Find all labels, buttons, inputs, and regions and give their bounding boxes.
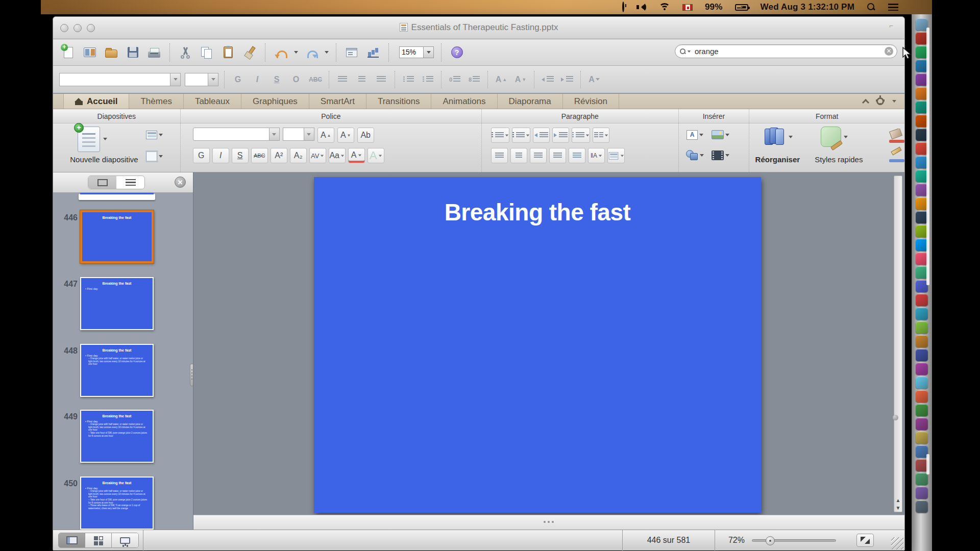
formatting-palette-button[interactable] [344, 44, 360, 61]
slide-section-button[interactable] [144, 149, 164, 163]
shadow-button[interactable]: O [288, 72, 304, 87]
fit-slide-button[interactable] [856, 534, 874, 547]
paste-button[interactable] [220, 44, 236, 61]
ribbon-italic-button[interactable]: I [212, 148, 229, 163]
dock-app-icon[interactable] [916, 335, 928, 347]
tab-accueil[interactable]: Accueil [63, 94, 129, 109]
dock-app-icon[interactable] [916, 432, 928, 444]
help-button[interactable]: ? [449, 44, 465, 61]
text-placeholder-button[interactable] [607, 148, 625, 163]
spotlight-icon[interactable] [867, 3, 876, 12]
dock-app-icon[interactable] [916, 418, 928, 430]
dock-app-icon[interactable] [916, 500, 928, 513]
increase-indent-button[interactable] [559, 72, 575, 87]
change-case-button[interactable]: Aa [329, 148, 346, 163]
scroll-arrows[interactable]: ▲▼ [894, 495, 902, 513]
cut-button[interactable] [177, 44, 193, 61]
battery-icon[interactable] [735, 4, 748, 11]
search-field[interactable]: ✕ [675, 44, 897, 58]
insert-picture-button[interactable] [710, 128, 731, 142]
font-color-button[interactable]: A [586, 72, 602, 87]
copy-button[interactable] [199, 44, 215, 61]
shape-fill-icon[interactable] [889, 130, 904, 143]
dock-app-icon[interactable] [916, 487, 928, 499]
numbering-button[interactable] [420, 72, 435, 87]
insert-textbox-button[interactable]: A [685, 128, 705, 142]
slide-thumbnail-449[interactable]: Breaking the fast • First day – Orange j… [80, 410, 154, 463]
arrange-button[interactable] [764, 127, 793, 148]
ribbon-font-name-combo[interactable] [193, 128, 280, 141]
ribbon-numbering-button[interactable] [512, 128, 530, 143]
tab-tableaux[interactable]: Tableaux [184, 94, 241, 109]
clear-formatting-button[interactable]: Ab [357, 128, 374, 143]
ribbon-justify-button[interactable] [549, 148, 566, 163]
panel-resize-grip[interactable] [190, 364, 193, 386]
insert-media-button[interactable] [710, 148, 731, 162]
zoom-dropdown[interactable] [424, 46, 434, 58]
print-button[interactable] [146, 44, 162, 61]
tab-graphiques[interactable]: Graphiques [241, 94, 309, 109]
paragraph-spacing-button[interactable]: 8 [467, 72, 482, 87]
ribbon-align-center-button[interactable] [510, 148, 527, 163]
ribbon-font-size-combo[interactable] [283, 128, 314, 141]
save-button[interactable] [125, 44, 141, 61]
gear-icon[interactable] [876, 97, 884, 105]
ribbon-align-left-button[interactable] [491, 148, 508, 163]
ribbon-bullets-button[interactable] [491, 128, 509, 143]
highlight-color-button[interactable]: A [368, 148, 384, 163]
font-name-dropdown[interactable] [170, 73, 181, 86]
open-button[interactable] [103, 44, 119, 61]
superscript-button[interactable]: A² [271, 148, 287, 163]
search-input[interactable] [691, 47, 885, 56]
ribbon-shrink-font-button[interactable]: A▼ [337, 128, 354, 143]
dock-app-icon[interactable] [916, 308, 928, 320]
zoom-combo[interactable]: 15% [399, 46, 434, 58]
font-size-dropdown[interactable] [208, 73, 218, 86]
ribbon-bold-button[interactable]: G [193, 148, 210, 163]
zoom-slider-thumb[interactable] [766, 536, 775, 545]
dock-app-icon[interactable] [916, 321, 928, 334]
ribbon-font-name-dropdown[interactable] [270, 128, 280, 141]
panel-slides-view-button[interactable] [88, 176, 116, 189]
font-name-field[interactable] [59, 73, 170, 86]
canada-flag-icon[interactable] [682, 4, 693, 11]
redo-dropdown-caret[interactable] [325, 51, 329, 54]
ribbon-strikethrough-button[interactable]: ABC [251, 148, 268, 163]
wifi-icon[interactable] [659, 3, 670, 11]
slide-thumbnail-447[interactable]: Breaking the fast • First day [80, 277, 154, 330]
dock-app-icon[interactable] [916, 473, 928, 485]
ribbon-font-size-field[interactable] [283, 128, 304, 141]
text-direction-button[interactable]: ‖A [588, 148, 605, 163]
title-bar[interactable]: Essentials of Therapeutic Fasting.pptx ⌐ [53, 17, 904, 39]
tab-themes[interactable]: Thèmes [129, 94, 183, 109]
dock-app-icon[interactable] [916, 363, 928, 375]
strikethrough-button[interactable]: ABC [308, 72, 323, 87]
time-machine-icon[interactable] [622, 3, 624, 12]
ribbon-underline-button[interactable]: S [232, 148, 249, 163]
tab-transitions[interactable]: Transitions [366, 94, 432, 109]
align-left-button[interactable] [335, 72, 350, 87]
collapse-ribbon-icon[interactable] [862, 98, 869, 106]
undo-dropdown-caret[interactable] [294, 51, 298, 54]
ribbon-font-size-dropdown[interactable] [304, 128, 314, 141]
align-center-button[interactable] [354, 72, 370, 87]
font-size-field[interactable] [185, 73, 208, 86]
volume-icon[interactable] [636, 3, 647, 11]
slide-title[interactable]: Breaking the fast [314, 198, 761, 226]
slide-thumbnail-446[interactable]: Breaking the fast [80, 210, 154, 263]
redo-button[interactable] [303, 44, 320, 61]
dock-app-icon[interactable] [916, 377, 928, 389]
search-clear-icon[interactable]: ✕ [885, 47, 893, 56]
ribbon-font-color-button[interactable]: A [348, 148, 365, 163]
media-browser-button[interactable] [365, 44, 381, 61]
format-painter-button[interactable] [241, 44, 258, 61]
notification-list-icon[interactable] [888, 4, 898, 11]
new-slide-caret[interactable] [103, 138, 107, 140]
distribute-text-button[interactable] [569, 148, 585, 163]
current-slide[interactable]: Breaking the fast [314, 177, 761, 513]
tab-animations[interactable]: Animations [431, 94, 497, 109]
ribbon-increase-indent-button[interactable] [552, 128, 569, 143]
columns-button[interactable] [593, 128, 609, 143]
slide-thumbnail-448[interactable]: Breaking the fast • First day – Orange j… [80, 344, 154, 397]
font-size-combo[interactable] [185, 73, 218, 86]
